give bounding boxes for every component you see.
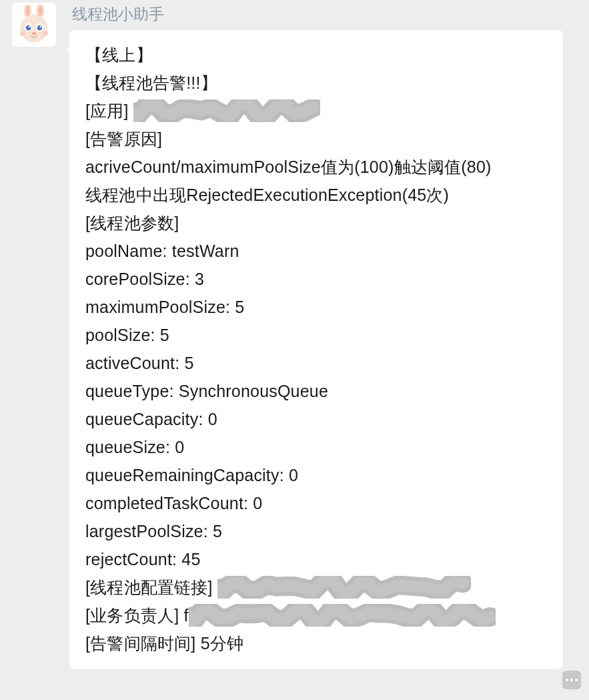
message-line: queueSize: 0 [85, 433, 550, 461]
message-line: [应用] [85, 97, 550, 125]
message-line: largestPoolSize: 5 [85, 517, 550, 545]
svg-point-5 [20, 15, 47, 42]
sender-name: 线程池小助手 [72, 4, 577, 25]
message-line: rejectCount: 45 [85, 545, 550, 573]
message-body: 线程池小助手 【线上】【线程池告警!!!】[应用] [告警原因]acriveCo… [69, 3, 577, 669]
svg-point-14 [43, 31, 48, 36]
more-icon [566, 679, 578, 681]
svg-point-11 [40, 26, 41, 27]
message-line: 【线程池告警!!!】 [85, 69, 550, 97]
message-line: corePoolSize: 3 [85, 265, 550, 293]
message-line: [线程池参数] [85, 209, 550, 237]
message-line: [业务负责人] f [85, 601, 550, 629]
message-line: queueRemainingCapacity: 0 [85, 461, 550, 489]
svg-point-9 [37, 25, 43, 31]
message-line: queueCapacity: 0 [85, 405, 550, 433]
message-line: poolName: testWarn [85, 237, 550, 265]
svg-point-3 [26, 6, 30, 16]
redacted-content [133, 99, 320, 122]
message-line: activeCount: 5 [85, 349, 550, 377]
message-line: [告警原因] [85, 125, 550, 153]
avatar[interactable] [12, 3, 56, 47]
svg-point-12 [32, 32, 36, 35]
message-line: [告警间隔时间] 5分钟 [85, 629, 550, 657]
svg-point-8 [26, 25, 31, 31]
message-bubble[interactable]: 【线上】【线程池告警!!!】[应用] [告警原因]acriveCount/max… [69, 30, 563, 669]
message-line: completedTaskCount: 0 [85, 489, 550, 517]
redacted-content [217, 576, 471, 599]
message-line: 【线上】 [85, 41, 550, 69]
chat-message: 线程池小助手 【线上】【线程池告警!!!】[应用] [告警原因]acriveCo… [0, 0, 589, 669]
message-line: queueType: SynchronousQueue [85, 377, 550, 405]
svg-point-13 [20, 31, 25, 36]
message-line: 线程池中出现RejectedExecutionException(45次) [85, 181, 550, 209]
svg-point-4 [39, 6, 43, 16]
message-line: poolSize: 5 [85, 321, 550, 349]
message-line: [线程池配置链接] [85, 573, 550, 601]
more-button[interactable] [562, 671, 581, 689]
message-line: maximumPoolSize: 5 [85, 293, 550, 321]
svg-point-10 [29, 26, 30, 27]
rabbit-avatar-icon [14, 5, 54, 45]
redacted-content [189, 604, 496, 627]
message-line: acriveCount/maximumPoolSize值为(100)触达阈值(8… [85, 153, 550, 181]
